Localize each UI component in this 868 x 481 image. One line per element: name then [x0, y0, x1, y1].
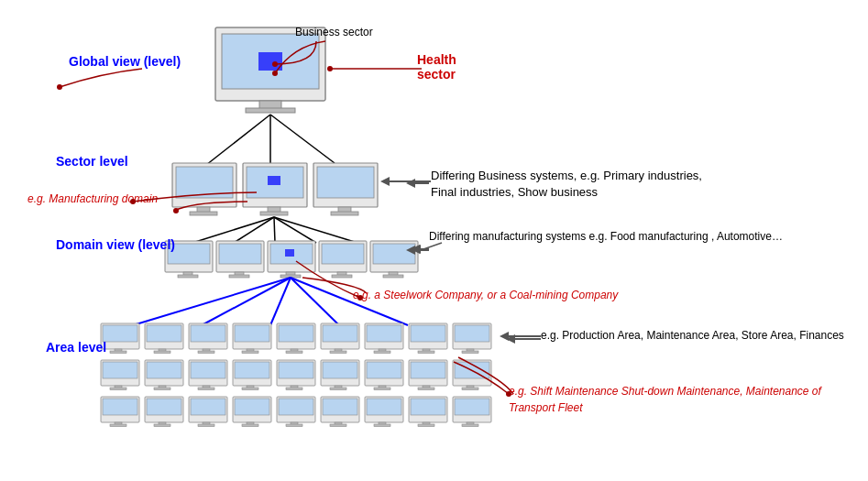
svg-rect-81: [374, 351, 390, 354]
svg-rect-35: [229, 275, 249, 278]
svg-rect-145: [286, 424, 302, 427]
svg-rect-87: [455, 325, 489, 342]
svg-line-25: [274, 217, 275, 243]
svg-rect-57: [110, 351, 126, 354]
svg-rect-119: [411, 362, 445, 378]
svg-rect-129: [110, 424, 126, 427]
svg-rect-63: [191, 325, 225, 342]
svg-point-184: [57, 84, 62, 90]
svg-line-27: [274, 217, 357, 243]
differing-business-label: Differing Business systems, e.g. Primary…: [431, 168, 724, 201]
svg-rect-161: [462, 424, 478, 427]
area-level-label: Area level: [46, 339, 106, 357]
svg-rect-121: [418, 388, 434, 390]
svg-rect-46: [373, 244, 415, 264]
svg-rect-99: [191, 362, 225, 378]
svg-rect-20: [317, 167, 374, 198]
steelwork-label: e.g. a Steelwork Company, or a Coal-mini…: [353, 289, 618, 301]
svg-rect-77: [330, 351, 346, 354]
svg-rect-33: [219, 244, 261, 264]
svg-rect-83: [411, 325, 445, 342]
health-sector-label: Healthsector: [417, 52, 456, 82]
production-arrow: [504, 323, 545, 351]
health-sector-arrow: [0, 37, 275, 174]
svg-rect-107: [279, 362, 313, 378]
svg-rect-17: [260, 212, 288, 215]
shift-maintenance-arrow: [449, 357, 532, 403]
svg-line-23: [192, 217, 274, 243]
svg-point-180: [506, 391, 511, 397]
manuf-domain-arrow: [128, 179, 261, 215]
svg-rect-69: [242, 351, 258, 354]
svg-rect-89: [462, 351, 478, 354]
svg-rect-18: [268, 176, 280, 185]
svg-rect-137: [198, 424, 214, 427]
svg-rect-149: [330, 424, 346, 427]
svg-rect-153: [374, 424, 390, 427]
svg-rect-109: [286, 388, 302, 390]
svg-rect-115: [367, 362, 401, 378]
svg-rect-131: [147, 399, 181, 415]
shift-maintenance-label: e.g. Shift Maintenance Shut-down Mainten…: [509, 383, 868, 416]
svg-rect-95: [147, 362, 181, 378]
svg-rect-103: [235, 362, 269, 378]
steelwork-arrow: [291, 257, 365, 302]
svg-line-9: [270, 115, 335, 163]
svg-rect-67: [235, 325, 269, 342]
svg-rect-91: [103, 362, 137, 378]
differing-manufacturing-label: Differing manufacturing systems e.g. Foo…: [429, 229, 783, 245]
svg-rect-147: [323, 399, 357, 415]
svg-rect-111: [323, 362, 357, 378]
domain-view-label: Domain view (level): [56, 236, 175, 253]
svg-rect-59: [147, 325, 181, 342]
business-arrow: [411, 174, 434, 192]
svg-rect-97: [154, 388, 170, 390]
svg-rect-101: [198, 388, 214, 390]
svg-rect-79: [367, 325, 401, 342]
svg-rect-127: [103, 399, 137, 415]
svg-rect-22: [331, 212, 358, 215]
svg-rect-117: [374, 388, 390, 390]
svg-rect-141: [242, 424, 258, 427]
svg-line-51: [270, 278, 291, 325]
svg-rect-157: [418, 424, 434, 427]
svg-rect-155: [411, 399, 445, 415]
svg-rect-40: [285, 249, 294, 257]
svg-rect-48: [383, 275, 403, 278]
svg-point-182: [130, 199, 136, 204]
svg-marker-165: [380, 177, 390, 186]
svg-rect-113: [330, 388, 346, 390]
manufacturing-arrow: [411, 241, 434, 259]
svg-rect-105: [242, 388, 258, 390]
svg-rect-31: [178, 275, 198, 278]
svg-rect-151: [367, 399, 401, 415]
svg-rect-71: [279, 325, 313, 342]
svg-rect-93: [110, 388, 126, 390]
svg-line-49: [133, 278, 291, 325]
svg-rect-61: [154, 351, 170, 354]
svg-rect-75: [323, 325, 357, 342]
production-area-label: e.g. Production Area, Maintenance Area, …: [541, 328, 844, 344]
svg-line-24: [234, 217, 274, 243]
svg-point-181: [357, 295, 363, 301]
svg-rect-133: [154, 424, 170, 427]
svg-rect-135: [191, 399, 225, 415]
svg-rect-143: [279, 399, 313, 415]
svg-rect-139: [235, 399, 269, 415]
svg-rect-73: [286, 351, 302, 354]
svg-line-26: [274, 217, 316, 243]
svg-rect-65: [198, 351, 214, 354]
svg-rect-85: [418, 351, 434, 354]
svg-line-50: [202, 278, 291, 325]
diagram-container: Global view (level) Business sector Heal…: [0, 0, 868, 481]
svg-rect-55: [103, 325, 137, 342]
